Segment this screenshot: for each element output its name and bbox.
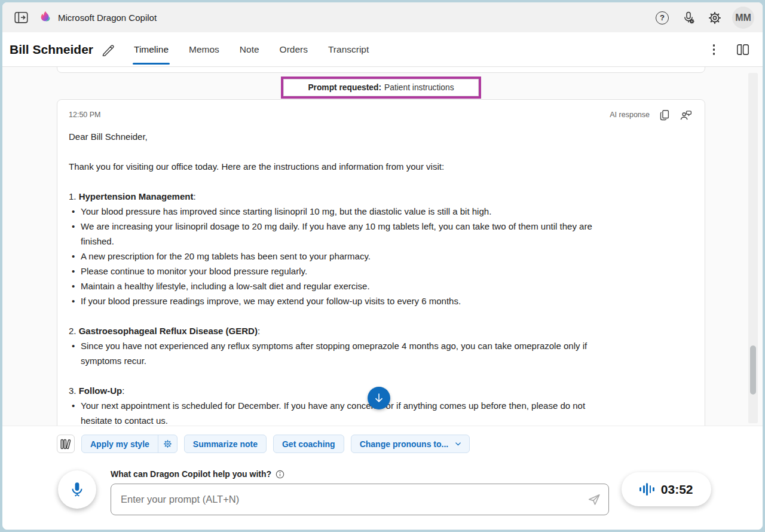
ai-response-card: 12:50 PM AI response Dear Bill Schneider… xyxy=(57,99,705,426)
top-app-bar: Microsoft Dragon Copilot ? MM xyxy=(2,2,763,32)
summarize-note-button[interactable]: Summarize note xyxy=(184,435,267,453)
scrollbar-thumb[interactable] xyxy=(750,346,756,395)
tab-note[interactable]: Note xyxy=(238,32,261,67)
waveform-icon xyxy=(639,483,654,496)
app-window: Microsoft Dragon Copilot ? MM Bill Schne… xyxy=(2,2,763,530)
copy-icon[interactable] xyxy=(658,108,671,121)
patient-name: Bill Schneider xyxy=(10,42,93,57)
letter-greeting: Dear Bill Schneider, xyxy=(69,129,691,144)
help-icon[interactable]: ? xyxy=(653,9,671,27)
ai-response-label: AI response xyxy=(610,111,650,119)
more-vertical-icon[interactable] xyxy=(708,42,720,57)
quick-actions-toolbar: Apply my style Summarize note Get coachi… xyxy=(57,435,470,453)
recording-timer-pill[interactable]: 03:52 xyxy=(622,472,711,506)
dragon-copilot-flame-icon xyxy=(38,10,53,25)
annotation-highlight-box: Prompt requested: Patient instructions xyxy=(281,77,481,99)
apply-my-style-button[interactable]: Apply my style xyxy=(81,435,178,453)
settings-gear-icon[interactable] xyxy=(706,9,724,27)
bullet-item: Maintain a healthy lifestyle, including … xyxy=(69,279,691,293)
prompt-requested-label: Prompt requested: xyxy=(308,83,381,92)
bullet-item: We are increasing your lisinopril dosage… xyxy=(69,219,691,249)
apply-my-style-label: Apply my style xyxy=(82,439,158,449)
bullet-item: Please continue to monitor your blood pr… xyxy=(69,264,691,279)
info-icon[interactable] xyxy=(276,470,284,479)
scroll-down-arrow-icon[interactable] xyxy=(368,387,390,409)
letter-body: Dear Bill Schneider, Thank you for visit… xyxy=(69,129,691,426)
section-heading: 2. Gastroesophageal Reflux Disease (GERD… xyxy=(69,323,691,338)
library-icon[interactable] xyxy=(57,435,75,453)
tab-transcript[interactable]: Transcript xyxy=(327,32,370,67)
edit-pencil-icon[interactable] xyxy=(100,42,115,57)
bullet-item: Since you have not experienced any reflu… xyxy=(69,338,691,368)
change-pronouns-dropdown[interactable]: Change pronouns to... xyxy=(351,435,470,453)
previous-card-edge xyxy=(57,67,705,73)
scrollbar-track[interactable] xyxy=(748,73,758,423)
microphone-button[interactable] xyxy=(58,470,96,509)
bottom-panel: Apply my style Summarize note Get coachi… xyxy=(2,426,763,530)
bullet-item: A new prescription for the 20 mg tablets… xyxy=(69,249,691,264)
topbar-actions: ? MM xyxy=(653,7,754,29)
feedback-person-icon[interactable] xyxy=(678,108,693,121)
prompt-input[interactable] xyxy=(111,484,609,515)
get-coaching-button[interactable]: Get coaching xyxy=(273,435,344,453)
mic-settings-icon[interactable] xyxy=(680,9,697,27)
timer-value: 03:52 xyxy=(661,482,693,497)
tab-memos[interactable]: Memos xyxy=(188,32,221,67)
send-icon[interactable] xyxy=(587,492,602,507)
tab-list: TimelineMemosNoteOrdersTranscript xyxy=(133,32,370,67)
prompt-help-label: What can Dragon Copilot help you with? xyxy=(111,469,284,479)
section-heading: 1. Hypertension Management: xyxy=(69,189,691,204)
avatar[interactable]: MM xyxy=(732,7,754,29)
letter-intro: Thank you for visiting our office today.… xyxy=(69,159,691,174)
message-timestamp: 12:50 PM xyxy=(69,111,101,119)
prompt-requested-value: Patient instructions xyxy=(384,83,454,92)
timeline-content: Prompt requested: Patient instructions 1… xyxy=(2,67,763,426)
style-settings-gear-icon[interactable] xyxy=(158,435,177,452)
chevron-down-icon xyxy=(454,440,462,448)
prompt-requested-banner: Prompt requested: Patient instructions xyxy=(283,79,479,96)
tab-orders[interactable]: Orders xyxy=(279,32,309,67)
open-panel-icon[interactable] xyxy=(12,8,30,26)
split-view-icon[interactable] xyxy=(734,41,752,59)
patient-bar: Bill Schneider TimelineMemosNoteOrdersTr… xyxy=(2,32,763,67)
bullet-item: Your blood pressure has improved since s… xyxy=(69,204,691,219)
tab-timeline[interactable]: Timeline xyxy=(133,32,170,67)
bullet-item: If your blood pressure readings improve,… xyxy=(69,293,691,308)
app-title: Microsoft Dragon Copilot xyxy=(58,2,157,32)
